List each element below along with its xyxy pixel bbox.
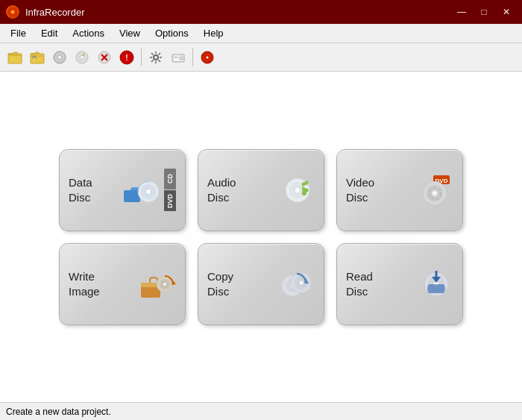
minimize-button[interactable]: — bbox=[452, 4, 471, 19]
video-disc-label: VideoDisc bbox=[346, 175, 374, 204]
copy-disc-button[interactable]: CopyDisc bbox=[198, 243, 324, 325]
title-bar: InfraRecorder — □ ✕ bbox=[0, 0, 522, 24]
svg-point-12 bbox=[81, 56, 83, 57]
write-image-button[interactable]: WriteImage bbox=[59, 243, 186, 325]
svg-point-33 bbox=[147, 190, 150, 193]
svg-point-2 bbox=[12, 11, 13, 13]
toolbar-disc[interactable] bbox=[49, 47, 70, 68]
svg-rect-5 bbox=[31, 54, 44, 63]
copy-disc-label: CopyDisc bbox=[207, 269, 233, 298]
status-bar: Create a new data project. bbox=[0, 402, 522, 420]
toolbar: ! bbox=[0, 43, 522, 72]
menu-bar: File Edit Actions View Options Help bbox=[0, 24, 522, 43]
audio-disc-button[interactable]: AudioDisc bbox=[198, 149, 324, 231]
toolbar-settings[interactable] bbox=[145, 47, 166, 68]
toolbar-sep-2 bbox=[192, 48, 193, 66]
buttons-grid: DataDisc CD DVD bbox=[59, 149, 463, 325]
app-icon bbox=[6, 5, 19, 19]
svg-point-9 bbox=[59, 56, 60, 57]
menu-file[interactable]: File bbox=[3, 25, 34, 41]
title-bar-controls: — □ ✕ bbox=[452, 4, 516, 19]
data-disc-button[interactable]: DataDisc CD DVD bbox=[59, 149, 186, 231]
menu-view[interactable]: View bbox=[112, 25, 148, 41]
toolbar-burn2[interactable] bbox=[197, 47, 218, 68]
data-disc-icon-area: CD DVD bbox=[120, 169, 176, 211]
svg-point-61 bbox=[301, 282, 303, 284]
video-disc-icon-area: DVD bbox=[412, 169, 453, 210]
toolbar-erase[interactable] bbox=[94, 47, 115, 68]
toolbar-drive[interactable] bbox=[168, 47, 189, 68]
copy-disc-icon-area bbox=[274, 263, 315, 304]
svg-point-26 bbox=[207, 56, 209, 58]
toolbar-stop[interactable]: ! bbox=[116, 47, 137, 68]
data-disc-label: DataDisc bbox=[69, 175, 92, 204]
read-disc-button[interactable]: ReadDisc bbox=[336, 243, 463, 325]
svg-point-39 bbox=[305, 189, 309, 192]
svg-rect-28 bbox=[124, 190, 140, 202]
cd-dvd-labels: CD DVD bbox=[164, 169, 176, 211]
status-text: Create a new data project. bbox=[6, 407, 111, 417]
svg-point-52 bbox=[164, 283, 166, 286]
svg-rect-22 bbox=[173, 55, 183, 61]
svg-text:!: ! bbox=[125, 54, 128, 62]
title-bar-left: InfraRecorder bbox=[6, 5, 84, 19]
title-text: InfraRecorder bbox=[25, 7, 84, 18]
main-content: IR DataDisc bbox=[0, 72, 522, 402]
read-disc-icon-area bbox=[412, 263, 453, 304]
audio-disc-icon-area bbox=[274, 169, 315, 210]
svg-point-20 bbox=[154, 55, 158, 60]
write-image-icon-area bbox=[135, 263, 176, 304]
maximize-button[interactable]: □ bbox=[474, 4, 494, 19]
toolbar-open[interactable] bbox=[27, 47, 48, 68]
svg-marker-29 bbox=[124, 187, 140, 190]
svg-point-37 bbox=[296, 189, 299, 192]
close-button[interactable]: ✕ bbox=[497, 4, 516, 19]
audio-disc-label: AudioDisc bbox=[207, 175, 236, 204]
toolbar-sep-1 bbox=[141, 48, 142, 66]
svg-rect-24 bbox=[174, 57, 178, 58]
menu-actions[interactable]: Actions bbox=[65, 25, 112, 41]
read-disc-label: ReadDisc bbox=[346, 269, 373, 298]
write-image-label: WriteImage bbox=[69, 269, 100, 298]
menu-help[interactable]: Help bbox=[196, 25, 231, 41]
toolbar-new-folder[interactable] bbox=[4, 47, 25, 68]
video-disc-button[interactable]: VideoDisc DVD bbox=[336, 149, 463, 231]
svg-marker-4 bbox=[8, 52, 17, 54]
toolbar-burn[interactable] bbox=[72, 47, 92, 68]
svg-point-45 bbox=[433, 192, 436, 195]
menu-options[interactable]: Options bbox=[148, 25, 196, 41]
svg-marker-6 bbox=[31, 52, 39, 54]
menu-edit[interactable]: Edit bbox=[34, 25, 65, 41]
